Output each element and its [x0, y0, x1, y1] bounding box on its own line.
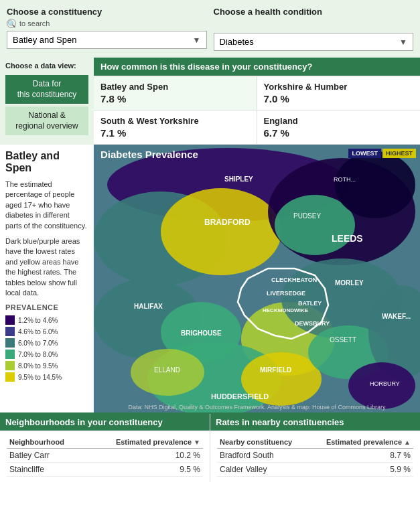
- svg-text:LEEDS: LEEDS: [332, 233, 363, 244]
- table-row: Bradford South 8.7 %: [217, 449, 413, 463]
- nearby-val-0: 8.7 %: [308, 449, 413, 463]
- stat-cell-sw-yorkshire: South & West Yorkshire 7.1 %: [94, 110, 257, 145]
- data-for-constituency-button[interactable]: Data forthis constituency: [5, 75, 88, 104]
- nearby-name-1: Calder Valley: [217, 463, 308, 477]
- table-row: Calder Valley 5.9 %: [217, 463, 413, 477]
- svg-point-16: [335, 151, 415, 218]
- map-title: Diabetes Prevalence: [100, 149, 198, 160]
- legend-color-3: [5, 350, 15, 359]
- stat-val-0: 7.8 %: [100, 93, 250, 104]
- description-text-1: The estimated percentage of people aged …: [5, 179, 88, 231]
- svg-point-3: [161, 188, 281, 275]
- neighbourhood-col2-header: Estimated prevalence ▼: [86, 436, 203, 449]
- legend-color-1: [5, 327, 15, 336]
- stat-val-3: 6.7 %: [264, 127, 414, 139]
- svg-text:ROTH...: ROTH...: [334, 176, 356, 183]
- svg-text:PUDSEY: PUDSEY: [293, 212, 321, 220]
- legend-item-3: 7.0% to 8.0%: [5, 350, 88, 359]
- nearby-panel: Rates in nearby constituencies Nearby co…: [210, 414, 420, 482]
- health-label: Choose a health condition: [214, 7, 414, 17]
- top-controls: Choose a constituency 🔍 to search Batley…: [0, 0, 420, 58]
- map-legend-badge: LOWEST HIGHEST: [348, 149, 416, 158]
- stat-cell-batley: Batley and Spen 7.8 %: [94, 76, 257, 110]
- legend-label-4: 8.0% to 9.5%: [18, 362, 58, 370]
- search-hint: 🔍 to search: [7, 19, 207, 28]
- stats-grid: Batley and Spen 7.8 % Yorkshire & Humber…: [94, 76, 420, 145]
- sort-arrow-neighbourhood[interactable]: ▼: [194, 439, 200, 446]
- svg-text:HORBURY: HORBURY: [370, 380, 400, 387]
- svg-text:BRIGHOUSE: BRIGHOUSE: [181, 329, 222, 337]
- constituency-control: Choose a constituency 🔍 to search Batley…: [7, 7, 207, 51]
- main-section: Batley andSpen The estimated percentage …: [0, 145, 420, 412]
- legend-label-1: 4.6% to 6.0%: [18, 328, 58, 335]
- legend-label-2: 6.0% to 7.0%: [18, 340, 58, 347]
- constituency-value: Batley and Spen: [13, 35, 76, 45]
- svg-text:OSSETT: OSSETT: [330, 336, 356, 344]
- data-view-sidebar: Choose a data view: Data forthis constit…: [0, 58, 94, 145]
- svg-text:SHIPLEY: SHIPLEY: [224, 175, 253, 183]
- health-control: Choose a health condition Diabetes ▼: [214, 7, 414, 51]
- map-container: Diabetes Prevalence LOWEST HIGHEST: [94, 145, 420, 412]
- svg-text:ELLAND: ELLAND: [154, 366, 180, 374]
- svg-text:DEWSBURY: DEWSBURY: [295, 320, 330, 327]
- legend-color-2: [5, 338, 15, 348]
- svg-text:LIVERSEDGE: LIVERSEDGE: [267, 290, 305, 297]
- nearby-name-0: Bradford South: [217, 449, 308, 463]
- stat-name-0: Batley and Spen: [100, 82, 250, 92]
- badge-highest: HIGHEST: [382, 149, 416, 158]
- neighbourhood-name-0: Batley Carr: [7, 449, 86, 463]
- disease-header-text: How common is this disease in your const…: [100, 62, 312, 72]
- legend-item-1: 4.6% to 6.0%: [5, 327, 88, 336]
- health-dropdown-arrow: ▼: [399, 37, 407, 47]
- svg-text:HECKMONDWIKE: HECKMONDWIKE: [263, 307, 309, 313]
- nearby-col2-header: Estimated prevalence ▲: [308, 436, 413, 449]
- svg-text:BATLEY: BATLEY: [298, 300, 322, 307]
- neighbourhoods-table: Neighbourhood Estimated prevalence ▼ Bat…: [7, 436, 203, 477]
- legend-label-3: 7.0% to 8.0%: [18, 351, 58, 358]
- legend-label-0: 1.2% to 4.6%: [18, 317, 58, 324]
- svg-text:HUDDERSFIELD: HUDDERSFIELD: [211, 392, 269, 400]
- svg-text:MORLEY: MORLEY: [335, 279, 364, 287]
- main-left-panel: Batley andSpen The estimated percentage …: [0, 145, 94, 412]
- legend-color-4: [5, 361, 15, 370]
- map-credit: Data: NHS Digital, Quality & Outcomes Fr…: [94, 404, 420, 410]
- svg-text:MIRFIELD: MIRFIELD: [260, 366, 291, 374]
- national-overview-button[interactable]: National &regional overview: [5, 106, 88, 135]
- stat-name-3: England: [264, 116, 414, 126]
- prevalence-title: PREVALENCE: [5, 303, 88, 311]
- neighbourhoods-title: Neighbourhoods in your constituency: [0, 414, 210, 431]
- search-icon: 🔍: [7, 19, 16, 28]
- map-svg: SHIPLEY BRADFORD PUDSEY LEEDS HALIFAX BR…: [94, 145, 420, 412]
- bottom-section: Neighbourhoods in your constituency Neig…: [0, 412, 420, 482]
- data-view-section: Choose a data view: Data forthis constit…: [0, 58, 420, 145]
- neighbourhood-name-1: Staincliffe: [7, 463, 86, 477]
- neighbourhood-val-0: 10.2 %: [86, 449, 203, 463]
- nearby-title: Rates in nearby constituencies: [210, 414, 420, 431]
- svg-text:BRADFORD: BRADFORD: [204, 218, 251, 227]
- legend-item-0: 1.2% to 4.6%: [5, 315, 88, 325]
- health-dropdown[interactable]: Diabetes ▼: [214, 33, 414, 51]
- constituency-title: Batley andSpen: [5, 150, 88, 174]
- nearby-col1-header: Nearby constituency: [217, 436, 308, 449]
- stat-name-1: Yorkshire & Humber: [264, 82, 414, 92]
- svg-text:WAKEF...: WAKEF...: [382, 313, 411, 320]
- health-value: Diabetes: [220, 37, 254, 47]
- table-row: Staincliffe 9.5 %: [7, 463, 203, 477]
- stat-cell-yorkshire: Yorkshire & Humber 7.0 %: [257, 76, 421, 110]
- data-view-label: Choose a data view:: [5, 62, 88, 70]
- constituency-dropdown[interactable]: Batley and Spen ▼: [7, 31, 207, 49]
- table-row: Batley Carr 10.2 %: [7, 449, 203, 463]
- svg-text:HALIFAX: HALIFAX: [134, 303, 163, 310]
- sort-arrow-nearby[interactable]: ▲: [404, 439, 411, 446]
- nearby-val-1: 5.9 %: [308, 463, 413, 477]
- stat-name-2: South & West Yorkshire: [100, 116, 250, 126]
- legend-item-5: 9.5% to 14.5%: [5, 372, 88, 382]
- stat-cell-england: England 6.7 %: [257, 110, 421, 145]
- neighbourhood-col1-header: Neighbourhood: [7, 436, 86, 449]
- legend-color-0: [5, 315, 15, 325]
- svg-text:CLECKHEATON: CLECKHEATON: [271, 277, 317, 283]
- legend-color-5: [5, 372, 15, 382]
- neighbourhood-val-1: 9.5 %: [86, 463, 203, 477]
- nearby-table: Nearby constituency Estimated prevalence…: [217, 436, 413, 477]
- legend: 1.2% to 4.6% 4.6% to 6.0% 6.0% to 7.0% 7…: [5, 315, 88, 382]
